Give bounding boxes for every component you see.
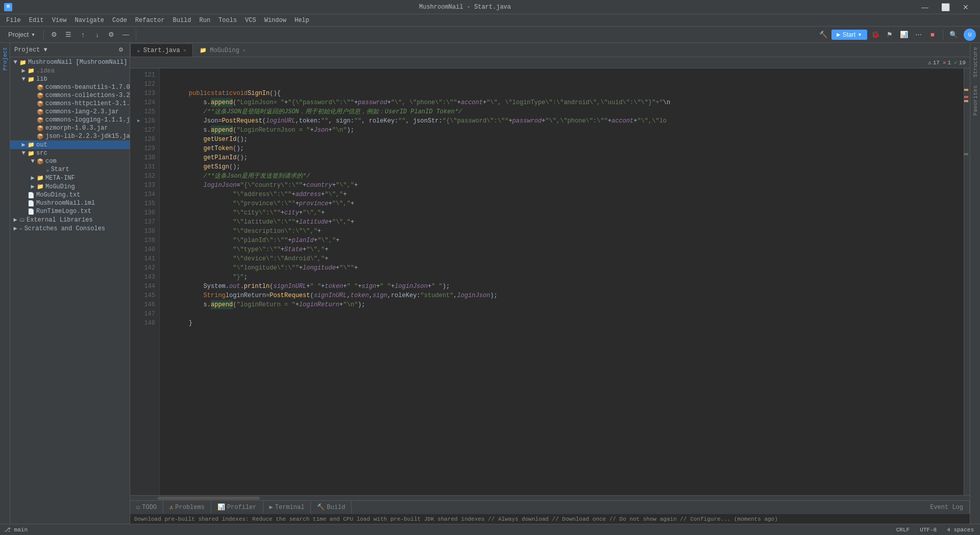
menu-vcs[interactable]: VCS (241, 16, 260, 25)
toolbar: Project ▼ ⚙ ☰ ↑ ↓ ⚙ — 🔨 ▶ Start ▼ 🐞 ⚑ 📊 … (0, 27, 980, 43)
tab-close-start[interactable]: ✕ (183, 47, 187, 54)
editor-scrollbar[interactable] (964, 68, 970, 495)
more-button[interactable]: ⋯ (912, 29, 924, 41)
tree-item-mogudingtxt[interactable]: 📄 MoGuDing.txt (10, 191, 130, 199)
build-button[interactable]: 🔨 (817, 29, 829, 41)
debug-button[interactable]: 🐞 (869, 29, 881, 41)
tree-item-out[interactable]: ▶ 📁 out (10, 140, 130, 149)
menubar: File Edit View Navigate Code Refactor Bu… (0, 14, 980, 27)
tree-label: MushroomNail.iml (36, 200, 95, 207)
tree-label: commons-collections-3.2.1.jar (45, 92, 130, 99)
bottom-tab-todo[interactable]: ☑ TODO (130, 501, 163, 514)
tab-moguding[interactable]: 📁 MoGuDing ✕ (193, 43, 252, 57)
user-avatar[interactable]: U (964, 29, 976, 41)
code-line-134: "\"address\":\""+address+"\"," + (174, 190, 964, 199)
vtab-favorites[interactable]: Favorites (971, 81, 980, 119)
folder-icon: 📁 (28, 67, 35, 74)
tree-item-scratches[interactable]: ▶ ✏ Scratches and Consoles (10, 224, 130, 233)
ln-126: 126 (136, 116, 155, 126)
error-count[interactable]: ✕ 1 (943, 59, 951, 66)
package-icon: 📦 (37, 158, 44, 165)
project-dropdown[interactable]: Project ▼ (4, 29, 39, 41)
tab-close-moguding[interactable]: ✕ (242, 47, 246, 54)
code-line-123: public static void SignIn(){ (174, 89, 964, 98)
maximize-button[interactable]: ⬜ (935, 0, 955, 14)
search-button[interactable]: 🔍 (947, 29, 960, 41)
menu-window[interactable]: Window (260, 16, 290, 25)
menu-tools[interactable]: Tools (214, 16, 241, 25)
code-line-125: /**这条JSON是登陆时返回的JSON，用于初始化用户信息，例如：UserID… (174, 107, 964, 116)
status-indent[interactable]: 4 spaces (945, 526, 976, 534)
tree-item-jar5[interactable]: 📦 commons-logging-1.1.1.jar (10, 116, 130, 124)
code-line-129: getToken(); (174, 144, 964, 153)
sidebar-title: Project ▼ (14, 46, 47, 54)
tree-item-start[interactable]: ☕ Start (10, 165, 130, 174)
up-button[interactable]: ↑ (77, 29, 89, 41)
tree-item-jar6[interactable]: 📦 ezmorph-1.0.3.jar (10, 124, 130, 132)
ln-140: 140 (136, 245, 155, 254)
menu-view[interactable]: View (48, 16, 71, 25)
menu-help[interactable]: Help (290, 16, 313, 25)
status-branch[interactable]: ⎇ main (4, 526, 28, 533)
sidebar-settings[interactable]: ⚙ (116, 45, 126, 55)
tab-label: MoGuDing (210, 47, 239, 54)
tree-item-metainf[interactable]: ▶ 📁 META-INF (10, 174, 130, 182)
menu-run[interactable]: Run (195, 16, 214, 25)
status-encoding[interactable]: UTF-8 (918, 526, 939, 534)
bottom-tab-build[interactable]: 🔨 Build (311, 501, 352, 514)
tree-item-src[interactable]: ▼ 📁 src (10, 149, 130, 157)
file-icon: 📄 (28, 192, 35, 199)
coverage-button[interactable]: ⚑ (884, 29, 896, 41)
structure-button[interactable]: ☰ (62, 29, 75, 41)
config-button[interactable]: ⚙ (105, 29, 117, 41)
horizontal-scrollbar[interactable] (130, 495, 970, 500)
menu-file[interactable]: File (2, 16, 25, 25)
down-button[interactable]: ↓ (91, 29, 103, 41)
close-button[interactable]: ✕ (955, 0, 976, 14)
tree-item-mushroomnail-iml[interactable]: 📄 MushroomNail.iml (10, 199, 130, 207)
tree-item-jar2[interactable]: 📦 commons-collections-3.2.1.jar (10, 91, 130, 100)
tree-item-jar7[interactable]: 📦 json-lib-2.2.3-jdk15.jar (10, 132, 130, 140)
tree-item-lib[interactable]: ▼ 📁 lib (10, 75, 130, 83)
menu-code[interactable]: Code (108, 16, 131, 25)
code-content[interactable]: public static void SignIn(){ s.append("L… (166, 68, 964, 495)
minimize-button[interactable]: — (915, 0, 935, 14)
vtab-project[interactable]: Project (1, 43, 10, 75)
tree-item-idea[interactable]: ▶ 📁 .idea (10, 66, 130, 75)
tree-item-jar1[interactable]: 📦 commons-beanutils-1.7.0.jar (10, 83, 130, 91)
menu-edit[interactable]: Edit (25, 16, 48, 25)
menu-refactor[interactable]: Refactor (131, 16, 169, 25)
bottom-tab-profiler[interactable]: 📊 Profiler (211, 501, 263, 514)
tree-item-jar4[interactable]: 📦 commons-lang-2.3.jar (10, 108, 130, 116)
problems-label: Problems (175, 504, 205, 511)
run-button[interactable]: ▶ Start ▼ (831, 30, 867, 40)
collapse-button[interactable]: — (119, 29, 132, 41)
bottom-tab-eventlog[interactable]: Event Log (924, 501, 970, 514)
vtab-structure[interactable]: Structure (971, 43, 980, 81)
tab-start-java[interactable]: ☕ Start.java ✕ (130, 43, 193, 57)
jar-icon: 📦 (37, 92, 44, 99)
tree-item-mushroomnail[interactable]: ▼ 📁 MushroomNail [MushroomNail] FA (10, 58, 130, 66)
settings-button[interactable]: ⚙ (48, 29, 60, 41)
tree-item-runtimelogo[interactable]: 📄 RunTimeLogo.txt (10, 207, 130, 215)
bottom-tab-terminal[interactable]: ▶ Terminal (263, 501, 311, 514)
stop-button[interactable]: ■ (926, 29, 939, 41)
tree-label: json-lib-2.2.3-jdk15.jar (45, 133, 130, 140)
code-editor[interactable]: 121 122 123 124 125 126 127 128 129 130 … (130, 68, 970, 495)
menu-build[interactable]: Build (168, 16, 195, 25)
tree-item-com[interactable]: ▼ 📦 com (10, 157, 130, 165)
expand-arrow: ▶ (29, 183, 37, 190)
file-icon: 📄 (28, 200, 35, 207)
tree-label: src (36, 150, 47, 157)
bottom-tab-problems[interactable]: ⚠ Problems (163, 501, 211, 514)
profile-button[interactable]: 📊 (898, 29, 910, 41)
tree-item-external-libs[interactable]: ▶ 🗂 External Libraries (10, 215, 130, 224)
menu-navigate[interactable]: Navigate (70, 16, 108, 25)
tree-item-moguding-folder[interactable]: ▶ 📁 MoGuDing (10, 182, 130, 191)
status-crlf[interactable]: CRLF (894, 526, 912, 534)
warning-count[interactable]: ⚠ 17 (928, 59, 940, 66)
folder-icon: 📁 (28, 150, 35, 157)
window-controls[interactable]: — ⬜ ✕ (915, 0, 976, 14)
ok-count[interactable]: ✓ 19 (954, 59, 966, 66)
tree-item-jar3[interactable]: 📦 commons-httpclient-3.1.jar (10, 100, 130, 108)
